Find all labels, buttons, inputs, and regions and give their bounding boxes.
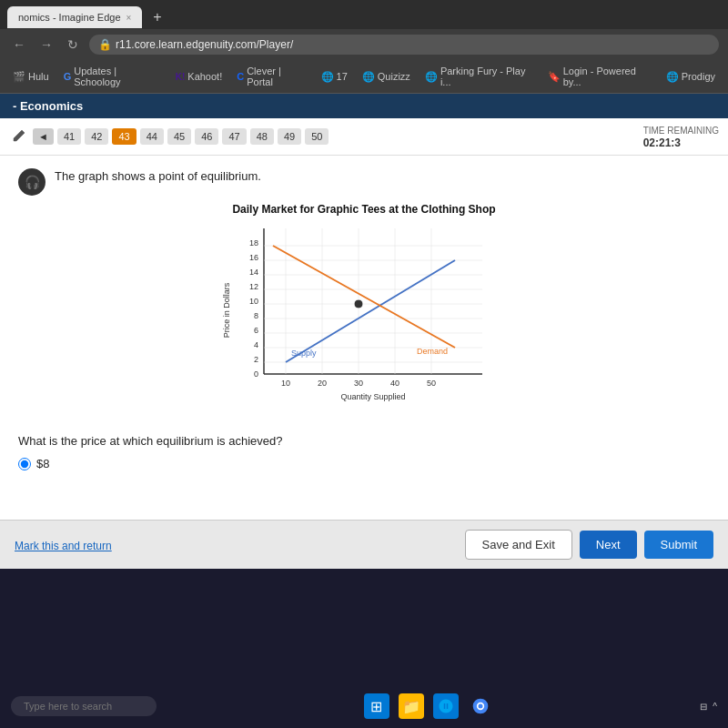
chrome-browser-icon: [471, 697, 490, 715]
svg-text:18: 18: [249, 238, 258, 248]
login-label: Login - Powered by...: [563, 66, 652, 87]
prodigy-label: Prodigy: [682, 71, 715, 82]
chart-wrapper: Daily Market for Graphic Tees at the Clo…: [218, 203, 510, 421]
bookmark-parking[interactable]: 🌐 Parking Fury - Play i...: [421, 64, 537, 89]
mark-return-link[interactable]: Mark this and return: [15, 540, 112, 552]
refresh-btn[interactable]: ↻: [64, 35, 82, 54]
hulu-icon: 🎬: [13, 71, 25, 83]
taskbar-left: [11, 696, 157, 716]
svg-text:10: 10: [249, 297, 258, 306]
audio-btn[interactable]: 🎧: [18, 168, 46, 196]
tab-close-btn[interactable]: ×: [126, 13, 132, 23]
tray-expand[interactable]: ^: [713, 702, 717, 712]
active-tab[interactable]: nomics - Imagine Edge ×: [7, 6, 142, 28]
system-tray: ⊟ ^: [700, 702, 717, 712]
bookmark-17[interactable]: 🌐 17: [318, 69, 351, 85]
question-47[interactable]: 47: [222, 128, 246, 145]
prodigy-icon: 🌐: [666, 71, 679, 83]
app-title: - Economics: [13, 99, 83, 113]
question-nav: ◄ 41 42 43 44 45 46 47 48 49 50 TIME REM…: [0, 118, 728, 156]
answer-radio-a[interactable]: [18, 458, 31, 470]
chrome-icon[interactable]: [468, 693, 493, 719]
bookmark-quizizz[interactable]: 🌐 Quizizz: [359, 69, 414, 85]
question-44[interactable]: 44: [140, 128, 164, 145]
bottom-buttons: Save and Exit Next Submit: [465, 530, 713, 560]
svg-text:16: 16: [249, 253, 258, 262]
svg-text:Price in Dollars: Price in Dollars: [222, 282, 231, 338]
taskbar-icons: ⊞ 📁: [364, 693, 493, 719]
bookmark-clever[interactable]: C Clever | Portal: [233, 64, 309, 89]
tab-bar: nomics - Imagine Edge × +: [0, 0, 728, 29]
timer-value: 02:21:3: [643, 136, 681, 149]
tray-icon-1: ⊟: [700, 702, 707, 712]
taskbar: ⊞ 📁 ⊟ ^: [0, 684, 728, 728]
supply-demand-chart: 0 2 4 6 8 10 12 14 16 18: [218, 219, 491, 410]
svg-text:12: 12: [249, 282, 258, 291]
question-nav-left: ◄ 41 42 43 44 45 46 47 48 49 50: [9, 126, 329, 148]
next-btn[interactable]: Next: [580, 531, 637, 559]
svg-text:30: 30: [354, 379, 363, 388]
question-41[interactable]: 41: [57, 128, 81, 145]
svg-text:6: 6: [254, 326, 258, 335]
app-header: - Economics: [0, 94, 728, 118]
svg-text:2: 2: [254, 355, 258, 364]
timer-label: TIME REMAINING: [643, 126, 719, 136]
question-46[interactable]: 46: [195, 128, 218, 145]
taskbar-search-input[interactable]: [11, 696, 157, 716]
clever-label: Clever | Portal: [247, 66, 306, 87]
url-text: r11.core.learn.edgenuity.com/Player/: [116, 38, 293, 51]
svg-text:14: 14: [249, 268, 258, 277]
pencil-icon: [12, 128, 26, 143]
question-42[interactable]: 42: [85, 128, 108, 145]
bottom-bar: Mark this and return Save and Exit Next …: [0, 520, 728, 569]
submit-btn[interactable]: Submit: [644, 531, 713, 559]
svg-text:Demand: Demand: [417, 347, 448, 356]
timer-display: TIME REMAINING 02:21:3: [643, 124, 719, 149]
seventeen-icon: 🌐: [321, 71, 334, 83]
bookmark-login[interactable]: 🔖 Login - Powered by...: [544, 64, 655, 89]
parking-icon: 🌐: [425, 71, 438, 83]
kahoot-label: Kahoot!: [187, 71, 222, 82]
pencil-icon-btn[interactable]: [9, 126, 29, 148]
svg-point-40: [478, 704, 482, 709]
address-bar: ← → ↻ 🔒 r11.core.learn.edgenuity.com/Pla…: [0, 29, 728, 60]
schoology-label: Updates | Schoology: [74, 66, 161, 87]
explorer-icon[interactable]: 📁: [399, 693, 424, 719]
question-45[interactable]: 45: [167, 128, 191, 145]
svg-text:Supply: Supply: [291, 349, 317, 358]
answer-label-a[interactable]: $8: [36, 457, 49, 470]
chart-svg: 0 2 4 6 8 10 12 14 16 18: [218, 219, 510, 420]
bookmark-prodigy[interactable]: 🌐 Prodigy: [662, 69, 719, 85]
svg-text:0: 0: [254, 369, 258, 379]
address-input[interactable]: 🔒 r11.core.learn.edgenuity.com/Player/: [89, 35, 719, 55]
question-48[interactable]: 48: [250, 128, 274, 145]
question-area: 🎧 The graph shows a point of equilibrium…: [0, 156, 728, 520]
bookmark-hulu[interactable]: 🎬 Hulu: [9, 69, 53, 85]
chart-title: Daily Market for Graphic Tees at the Clo…: [218, 203, 510, 216]
back-btn[interactable]: ←: [9, 35, 29, 54]
svg-line-32: [273, 246, 455, 348]
svg-text:Quantity Supplied: Quantity Supplied: [340, 392, 405, 401]
prev-question-btn[interactable]: ◄: [33, 128, 54, 145]
answer-option-a: $8: [18, 457, 710, 470]
windows-icon[interactable]: ⊞: [364, 693, 389, 719]
clever-icon: C: [237, 71, 244, 82]
bookmark-schoology[interactable]: G Updates | Schoology: [60, 64, 165, 89]
seventeen-label: 17: [337, 71, 348, 82]
svg-text:50: 50: [427, 379, 436, 388]
question-43[interactable]: 43: [112, 128, 136, 145]
edge-icon[interactable]: [433, 693, 459, 719]
forward-btn[interactable]: →: [36, 35, 56, 54]
lock-icon: 🔒: [98, 38, 112, 51]
question-intro: The graph shows a point of equilibrium.: [55, 168, 261, 185]
new-tab-btn[interactable]: +: [146, 5, 168, 29]
question-49[interactable]: 49: [278, 128, 301, 145]
tab-label: nomics - Imagine Edge: [18, 12, 121, 23]
bookmark-kahoot[interactable]: K! Kahoot!: [172, 69, 226, 84]
save-exit-btn[interactable]: Save and Exit: [465, 530, 572, 560]
svg-text:10: 10: [281, 379, 290, 388]
g-icon: G: [64, 71, 72, 82]
svg-text:20: 20: [318, 379, 327, 388]
question-50[interactable]: 50: [305, 128, 329, 145]
bookmarks-bar: 🎬 Hulu G Updates | Schoology K! Kahoot! …: [0, 60, 728, 94]
